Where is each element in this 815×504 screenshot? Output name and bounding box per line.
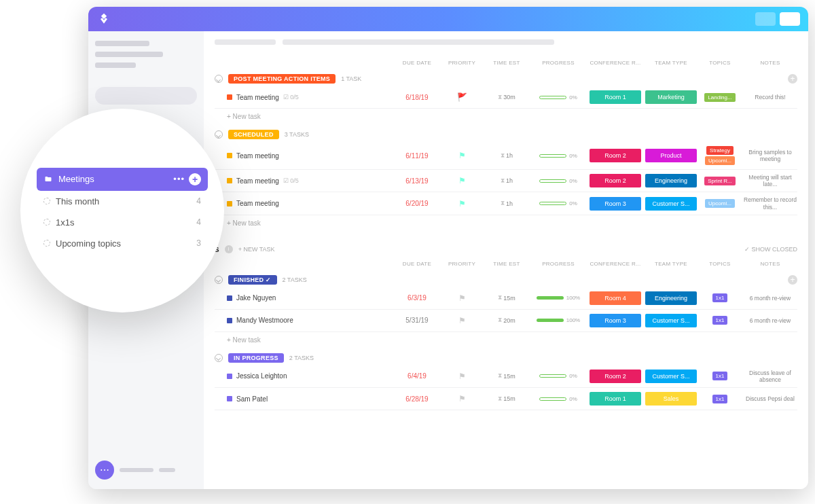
chat-icon[interactable]: ⋯	[95, 461, 114, 480]
popover-folder-meetings[interactable]: Meetings ••• +	[37, 168, 208, 191]
room-tag[interactable]: Room 4	[590, 291, 641, 305]
task-row[interactable]: Team meeting 6/11/19 ⚑ ⧗1h 0% Room 2 Pro…	[215, 142, 797, 170]
progress-cell[interactable]: 100%	[531, 295, 585, 301]
priority-flag-icon[interactable]: ⚑	[441, 151, 482, 160]
due-date[interactable]: 6/18/19	[397, 94, 437, 101]
task-row[interactable]: Team meeting 6/20/19 ⚑ ⧗1h 0% Room 3 Cus…	[215, 192, 797, 215]
new-task-button[interactable]: + New task	[215, 215, 797, 231]
team-tag[interactable]: Engineering	[645, 174, 697, 187]
collapse-icon[interactable]	[215, 75, 223, 83]
room-tag[interactable]: Room 2	[590, 149, 641, 162]
progress-cell[interactable]: 0%	[531, 396, 585, 402]
due-date[interactable]: 6/3/19	[397, 294, 437, 302]
new-task-button[interactable]: + New task	[215, 109, 797, 124]
task-row[interactable]: Team meeting☑ 0/5 6/13/19 ⚑ ⧗1h 0% Room …	[215, 170, 797, 192]
task-row[interactable]: Mandy Westmoore 5/31/19 ⚑ ⧗20m 100% Room…	[215, 310, 797, 332]
room-tag[interactable]: Room 3	[590, 314, 641, 327]
topic-chip[interactable]: 1x1	[712, 316, 728, 325]
collapse-icon[interactable]	[215, 130, 223, 139]
room-tag[interactable]: Room 1	[590, 392, 641, 406]
team-tag[interactable]: Customer S...	[645, 370, 697, 383]
status-group-header[interactable]: IN PROGRESS 2 TASKS	[215, 353, 797, 363]
priority-flag-icon[interactable]: ⚑	[441, 372, 482, 381]
notes-cell[interactable]: 6 month re-view	[743, 317, 797, 324]
due-date[interactable]: 6/20/19	[397, 200, 437, 207]
new-task-header[interactable]: + NEW TASK	[238, 246, 275, 253]
team-tag[interactable]: Customer S...	[645, 314, 697, 327]
team-tag[interactable]: Customer S...	[645, 197, 697, 211]
notes-cell[interactable]: Discuss Pepsi deal	[743, 395, 797, 402]
sidebar-search[interactable]	[95, 87, 197, 105]
priority-flag-icon[interactable]: 🚩	[441, 92, 482, 102]
task-row[interactable]: Jake Nguyen 6/3/19 ⚑ ⧗15m 100% Room 4 En…	[215, 287, 797, 310]
time-estimate[interactable]: ⧗1h	[486, 200, 527, 207]
time-estimate[interactable]: ⧗1h	[486, 152, 527, 160]
collapse-icon[interactable]	[215, 354, 223, 362]
time-estimate[interactable]: ⧗1h	[486, 177, 527, 185]
team-tag[interactable]: Engineering	[645, 291, 697, 305]
more-icon[interactable]: •••	[173, 174, 185, 184]
notes-cell[interactable]: Bring samples to meeting	[743, 149, 797, 162]
progress-cell[interactable]: 0%	[531, 373, 585, 379]
due-date[interactable]: 6/4/19	[397, 372, 437, 380]
popover-list-item[interactable]: This month 4	[37, 191, 208, 212]
progress-cell[interactable]: 0%	[531, 94, 585, 101]
progress-cell[interactable]: 0%	[531, 153, 585, 159]
add-icon[interactable]: +	[189, 173, 201, 185]
progress-cell[interactable]: 0%	[531, 178, 585, 184]
status-square-icon	[227, 318, 232, 323]
priority-flag-icon[interactable]: ⚑	[441, 316, 482, 325]
priority-flag-icon[interactable]: ⚑	[441, 199, 482, 209]
topbar-button-2[interactable]	[780, 12, 800, 26]
topic-chip[interactable]: 1x1	[712, 293, 728, 302]
status-group-header[interactable]: SCHEDULED 3 TASKS	[215, 130, 797, 139]
popover-list-item[interactable]: 1x1s 4	[37, 212, 208, 233]
topic-chip[interactable]: Sprint R...	[704, 177, 736, 185]
room-tag[interactable]: Room 1	[590, 90, 641, 104]
notes-cell[interactable]: 6 month re-view	[743, 295, 797, 302]
time-estimate[interactable]: ⧗15m	[486, 294, 527, 302]
notes-cell[interactable]: Remember to record this...	[743, 196, 797, 210]
team-tag[interactable]: Product	[645, 149, 697, 162]
topic-chip[interactable]: Landing...	[704, 93, 735, 102]
status-group-header[interactable]: POST MEETING ACTION ITEMS 1 TASK +	[215, 74, 797, 84]
due-date[interactable]: 6/11/19	[397, 152, 437, 160]
time-estimate[interactable]: ⧗15m	[486, 372, 527, 380]
topic-chip[interactable]: 1x1	[712, 395, 728, 403]
notes-cell[interactable]: Discuss leave of absence	[743, 370, 797, 383]
priority-flag-icon[interactable]: ⚑	[441, 176, 482, 185]
task-row[interactable]: Team meeting☑ 0/5 6/18/19 🚩 ⧗30m 0% Room…	[215, 86, 797, 109]
topbar-button-1[interactable]	[755, 12, 776, 26]
add-task-icon[interactable]: +	[788, 275, 797, 285]
room-tag[interactable]: Room 2	[590, 174, 641, 187]
time-estimate[interactable]: ⧗20m	[486, 317, 527, 324]
room-tag[interactable]: Room 3	[590, 197, 641, 211]
team-tag[interactable]: Sales	[645, 392, 697, 406]
popover-list-item[interactable]: Upcoming topics 3	[37, 233, 208, 254]
notes-cell[interactable]: Record this!	[743, 94, 797, 101]
progress-cell[interactable]: 0%	[531, 200, 585, 206]
topic-chip[interactable]: 1x1	[712, 372, 728, 380]
info-icon[interactable]: i	[225, 245, 233, 253]
priority-flag-icon[interactable]: ⚑	[441, 394, 482, 403]
due-date[interactable]: 6/28/19	[397, 395, 437, 403]
time-estimate[interactable]: ⧗30m	[486, 94, 527, 101]
collapse-icon[interactable]	[215, 276, 223, 284]
topic-chip[interactable]: Strategy	[706, 146, 734, 155]
progress-cell[interactable]: 100%	[531, 317, 585, 323]
notes-cell[interactable]: Meeting will start late...	[743, 174, 797, 187]
due-date[interactable]: 5/31/19	[397, 317, 437, 324]
task-row[interactable]: Sam Patel 6/28/19 ⚑ ⧗15m 0% Room 1 Sales…	[215, 388, 797, 410]
due-date[interactable]: 6/13/19	[397, 177, 437, 185]
add-task-icon[interactable]: +	[788, 74, 797, 84]
status-group-header[interactable]: FINISHED ✓ 2 TASKS +	[215, 275, 797, 285]
priority-flag-icon[interactable]: ⚑	[441, 293, 482, 303]
show-closed-toggle[interactable]: ✓ SHOW CLOSED	[744, 246, 797, 253]
team-tag[interactable]: Marketing	[645, 90, 697, 104]
new-task-button[interactable]: + New task	[215, 332, 797, 348]
time-estimate[interactable]: ⧗15m	[486, 395, 527, 403]
task-row[interactable]: Jessica Leighton 6/4/19 ⚑ ⧗15m 0% Room 2…	[215, 365, 797, 388]
topic-chip[interactable]: Upcomi...	[705, 156, 735, 165]
room-tag[interactable]: Room 2	[590, 370, 641, 383]
topic-chip[interactable]: Upcomi...	[705, 199, 735, 208]
